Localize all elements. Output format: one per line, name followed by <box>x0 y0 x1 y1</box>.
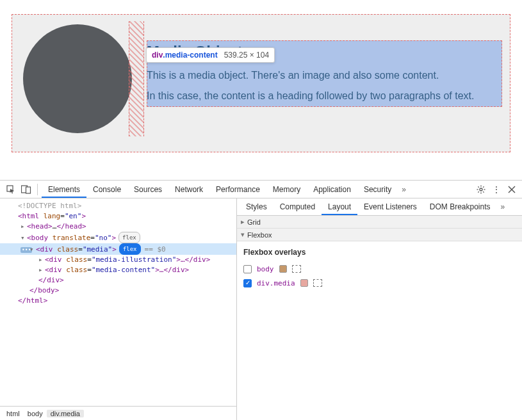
media-paragraph: In this case, the content is a heading f… <box>147 90 502 102</box>
sidebar-tab-styles[interactable]: Styles <box>240 198 273 216</box>
dom-node-selected[interactable]: ▾<div class="media">flex== $0 <box>0 243 236 255</box>
dom-node[interactable]: ▾<body translate="no">flex <box>0 232 236 243</box>
tooltip-classname: .media-content <box>163 51 217 60</box>
svg-point-3 <box>480 188 482 191</box>
dom-node[interactable]: </div> <box>0 275 236 286</box>
svg-line-8 <box>478 186 478 187</box>
devtools-tabs: Elements Console Sources Network Perform… <box>42 181 473 198</box>
tab-security[interactable]: Security <box>357 181 398 198</box>
breadcrumb-item[interactable]: html <box>3 410 24 417</box>
inspect-element-icon[interactable] <box>4 182 18 197</box>
media-illustration <box>20 21 135 136</box>
section-flexbox-header[interactable]: ▾Flexbox <box>237 229 522 241</box>
tab-performance[interactable]: Performance <box>209 181 266 198</box>
svg-line-11 <box>478 191 478 192</box>
devtools-toolbar: Elements Console Sources Network Perform… <box>0 181 522 198</box>
breadcrumb: html body div.media <box>0 406 236 420</box>
selected-node-ref: == $0 <box>145 245 166 254</box>
overlay-color-swatch[interactable] <box>300 279 308 287</box>
breadcrumb-item-selected[interactable]: div.media <box>47 410 84 417</box>
dom-node[interactable]: ▸<div class="media-illustration">…</div> <box>0 255 236 265</box>
dom-node[interactable]: ▸<div class="media-content">…</div> <box>0 265 236 275</box>
elements-tree-panel: <!DOCTYPE html> <html lang="en"> ▸<head>… <box>0 198 237 420</box>
section-flexbox-label: Flexbox <box>247 231 272 239</box>
flex-badge-active[interactable]: flex <box>119 243 141 255</box>
dom-node[interactable]: <html lang="en"> <box>0 211 236 222</box>
tooltip-dimensions: 539.25 × 104 <box>224 51 269 60</box>
dom-tree[interactable]: <!DOCTYPE html> <html lang="en"> ▸<head>… <box>0 198 236 406</box>
dom-node[interactable]: ▸<head>…</head> <box>0 222 236 232</box>
flex-gap-overlay <box>129 21 144 136</box>
device-toolbar-icon[interactable] <box>19 182 33 197</box>
svg-line-9 <box>483 191 484 192</box>
kebab-menu-icon[interactable]: ⋮ <box>490 183 503 196</box>
dom-node[interactable]: </html> <box>0 296 236 306</box>
overlay-pick-icon[interactable] <box>292 265 301 273</box>
svg-rect-2 <box>26 187 31 193</box>
media-flex-container: Media Object This is a media object. The… <box>12 14 510 152</box>
overlay-pick-icon[interactable] <box>313 279 322 287</box>
inspector-tooltip: div.media-content 539.25 × 104 <box>146 47 275 63</box>
dom-node[interactable]: <!DOCTYPE html> <box>0 201 236 211</box>
section-grid-header[interactable]: ▸Grid <box>237 216 522 229</box>
sidebar-tab-layout[interactable]: Layout <box>322 198 357 215</box>
gear-icon[interactable] <box>475 183 487 196</box>
dom-node[interactable]: </body> <box>0 286 236 296</box>
overlay-selector-label[interactable]: body <box>257 265 274 273</box>
tab-console[interactable]: Console <box>86 181 127 198</box>
right-sidebar: Styles Computed Layout Event Listeners D… <box>237 198 522 420</box>
viewport-scrollarea[interactable]: Media Object This is a media object. The… <box>0 0 522 180</box>
rendered-viewport: Media Object This is a media object. The… <box>0 0 522 181</box>
svg-line-10 <box>483 186 484 187</box>
sidebar-tab-eventlisteners[interactable]: Event Listeners <box>357 198 423 216</box>
overlay-row: body <box>243 262 516 276</box>
section-grid-label: Grid <box>247 218 261 226</box>
sidebar-tab-dombreakpoints[interactable]: DOM Breakpoints <box>423 198 497 216</box>
devtools-panel: Elements Console Sources Network Perform… <box>0 181 522 420</box>
circle-placeholder-icon <box>23 24 132 133</box>
sidebar-tab-computed[interactable]: Computed <box>273 198 322 216</box>
overlay-checkbox-checked[interactable] <box>243 279 252 287</box>
tab-application[interactable]: Application <box>307 181 357 198</box>
overlay-row: div.media <box>243 276 516 290</box>
sidebar-tabs-overflow-icon[interactable]: » <box>497 202 509 211</box>
tab-sources[interactable]: Sources <box>127 181 168 198</box>
flexbox-overlays-heading: Flexbox overlays <box>243 248 516 257</box>
tab-network[interactable]: Network <box>168 181 209 198</box>
overlay-checkbox[interactable] <box>243 265 252 273</box>
tab-memory[interactable]: Memory <box>266 181 307 198</box>
media-paragraph: This is a media object. There's an image… <box>147 70 502 81</box>
breadcrumb-item[interactable]: body <box>24 410 47 417</box>
tab-elements[interactable]: Elements <box>42 181 86 198</box>
tooltip-tagname: div <box>152 51 163 60</box>
close-icon[interactable] <box>505 183 518 196</box>
overlay-selector-label[interactable]: div.media <box>257 279 295 287</box>
flex-badge[interactable]: flex <box>118 232 140 243</box>
sidebar-tabs: Styles Computed Layout Event Listeners D… <box>237 198 522 216</box>
overlay-color-swatch[interactable] <box>279 265 287 273</box>
tabs-overflow-icon[interactable]: » <box>398 185 410 194</box>
flexbox-section-body: Flexbox overlays body div.media <box>237 241 522 420</box>
